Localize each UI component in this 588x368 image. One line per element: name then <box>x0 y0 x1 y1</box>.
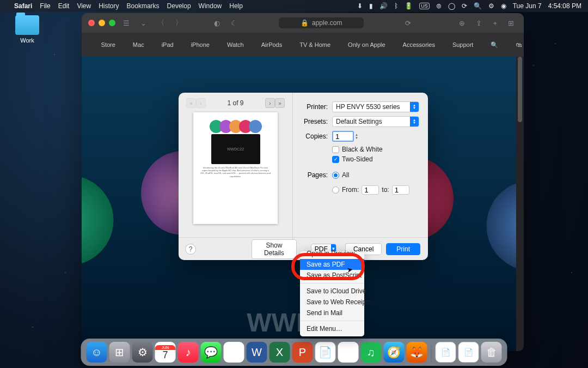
dock-safari[interactable]: 🧭 <box>384 342 405 363</box>
dock-excel[interactable]: X <box>270 342 290 363</box>
twosided-checkbox[interactable]: ✓ <box>332 156 339 163</box>
dock-document-2[interactable]: 📄 <box>458 342 479 363</box>
calendar-day: 7 <box>162 350 168 360</box>
spotlight-icon[interactable]: 🔍 <box>474 2 482 10</box>
pages-all-radio[interactable] <box>332 172 339 179</box>
folder-icon <box>15 15 39 35</box>
menu-save-to-web-receipts[interactable]: Save to Web Receipts <box>300 297 364 307</box>
from-input[interactable] <box>362 185 379 195</box>
control-center-icon[interactable]: ⚙ <box>488 2 494 10</box>
close-button[interactable] <box>88 20 95 26</box>
zoom-button[interactable] <box>109 20 115 26</box>
pages-range-radio[interactable] <box>332 186 339 194</box>
menu-file[interactable]: File <box>40 2 50 10</box>
last-page-button[interactable]: » <box>275 98 285 108</box>
menu-open-in-preview[interactable]: Open in Preview <box>300 248 364 259</box>
presets-select[interactable]: Default Settings ▲▼ <box>332 116 419 127</box>
nav-airpods[interactable]: AirPods <box>261 41 283 48</box>
dock-launchpad[interactable]: ⊞ <box>109 342 130 363</box>
chevron-down-icon[interactable]: ⌄ <box>137 19 150 27</box>
wifi-icon[interactable]: ⊚ <box>436 2 442 10</box>
search-icon[interactable]: 🔍 <box>491 41 498 49</box>
menu-edit[interactable]: Edit <box>58 2 70 10</box>
menu-bookmarks[interactable]: Bookmarks <box>127 2 160 10</box>
input-source-icon[interactable]: US <box>419 3 430 9</box>
prev-page-button[interactable]: ‹ <box>196 98 206 108</box>
forward-button[interactable]: 〉 <box>172 18 186 28</box>
menu-edit-menu[interactable]: Edit Menu… <box>300 323 364 334</box>
menu-history[interactable]: History <box>99 2 119 10</box>
show-details-button[interactable]: Show Details <box>252 239 297 259</box>
dock-chrome[interactable]: ◉ <box>224 342 244 363</box>
chevron-updown-icon: ▲▼ <box>410 102 419 112</box>
dock-trash[interactable]: 🗑 <box>481 342 502 363</box>
url-text: apple.com <box>312 19 342 27</box>
nav-iphone[interactable]: iPhone <box>191 41 210 48</box>
shield-icon[interactable]: ◐ <box>211 19 223 27</box>
menu-send-in-mail[interactable]: Send in Mail <box>300 307 364 318</box>
dock-finder[interactable]: ☺ <box>87 342 107 363</box>
bluetooth-icon[interactable]: ᛒ <box>394 2 398 10</box>
menubar-date[interactable]: Tue Jun 7 <box>513 2 542 10</box>
page-thumbnail: WWDC22 Introducing the all-new MacBook A… <box>193 112 278 224</box>
share-icon[interactable]: ⇪ <box>473 19 485 27</box>
next-page-button[interactable]: › <box>265 98 275 108</box>
menu-window[interactable]: Window <box>199 2 222 10</box>
dock-powerpoint[interactable]: P <box>292 342 313 363</box>
user-icon[interactable]: ◯ <box>448 2 455 10</box>
bag-icon[interactable]: 🛍 <box>516 41 522 48</box>
new-tab-button[interactable]: + <box>489 19 500 27</box>
help-button[interactable]: ? <box>185 244 196 255</box>
menu-view[interactable]: View <box>77 2 91 10</box>
tabs-overview-icon[interactable]: ⊞ <box>505 19 517 27</box>
copies-stepper[interactable]: ▲▼ <box>355 133 362 140</box>
downloads-icon[interactable]: ⊕ <box>456 19 468 27</box>
nav-support[interactable]: Support <box>452 41 474 48</box>
sidebar-toggle-icon[interactable]: ☰ <box>120 19 133 27</box>
dock-music[interactable]: ♪ <box>178 342 199 363</box>
back-button[interactable]: 〈 <box>154 18 168 28</box>
printer-select[interactable]: HP ENVY 5530 series ▲▼ <box>332 101 419 112</box>
status-icon[interactable]: ▮ <box>369 2 373 10</box>
copies-input[interactable] <box>332 131 354 142</box>
nav-accessories[interactable]: Accessories <box>403 41 435 48</box>
menu-save-as-postscript[interactable]: Save as PostScript <box>300 270 364 281</box>
dock-messages[interactable]: 💬 <box>201 342 222 363</box>
print-button[interactable]: Print <box>386 243 420 255</box>
address-bar[interactable]: 🔒 apple.com <box>279 17 364 28</box>
dropbox-icon[interactable]: ⬇ <box>357 2 363 10</box>
nav-ipad[interactable]: iPad <box>162 41 174 48</box>
first-page-button[interactable]: « <box>186 98 196 108</box>
reader-icon[interactable]: ☾ <box>228 19 241 27</box>
scrollbar[interactable] <box>516 57 524 351</box>
dock-system-settings[interactable]: ⚙ <box>132 342 153 363</box>
nav-watch[interactable]: Watch <box>227 41 244 48</box>
sync-icon[interactable]: ⟳ <box>462 2 467 10</box>
minimize-button[interactable] <box>99 20 105 26</box>
dock-document-1[interactable]: 📄 <box>436 342 456 363</box>
nav-tvhome[interactable]: TV & Home <box>299 41 330 48</box>
reload-button[interactable]: ⟳ <box>402 19 414 27</box>
menubar-time[interactable]: 4:54:08 PM <box>548 2 581 10</box>
dock-pages[interactable]: 📄 <box>315 342 336 363</box>
dock-firefox[interactable]: 🦊 <box>407 342 427 363</box>
siri-icon[interactable]: ◉ <box>501 2 506 10</box>
bw-checkbox[interactable] <box>332 146 339 153</box>
nav-onlyonapple[interactable]: Only on Apple <box>348 41 385 48</box>
desktop-folder-work[interactable]: Work <box>11 15 44 44</box>
dock-word[interactable]: W <box>247 342 267 363</box>
battery-icon[interactable]: 🔋 <box>405 2 413 10</box>
dock: ☺ ⊞ ⚙ JUN 7 ♪ 💬 ◉ W X P 📄 # ♫ 🧭 🦊 📄 📄 🗑 <box>81 339 507 366</box>
menu-help[interactable]: Help <box>229 2 243 10</box>
dock-spotify[interactable]: ♫ <box>361 342 382 363</box>
menubar-app-name[interactable]: Safari <box>14 2 32 10</box>
dock-slack[interactable]: # <box>338 342 359 363</box>
volume-icon[interactable]: 🔊 <box>379 2 388 10</box>
menu-save-as-pdf[interactable]: Save as PDF <box>300 259 364 270</box>
to-input[interactable] <box>392 185 409 195</box>
nav-mac[interactable]: Mac <box>133 41 144 48</box>
nav-store[interactable]: Store <box>101 41 115 48</box>
menu-save-to-icloud[interactable]: Save to iCloud Drive <box>300 286 364 297</box>
dock-calendar[interactable]: JUN 7 <box>155 342 176 363</box>
menu-develop[interactable]: Develop <box>167 2 191 10</box>
